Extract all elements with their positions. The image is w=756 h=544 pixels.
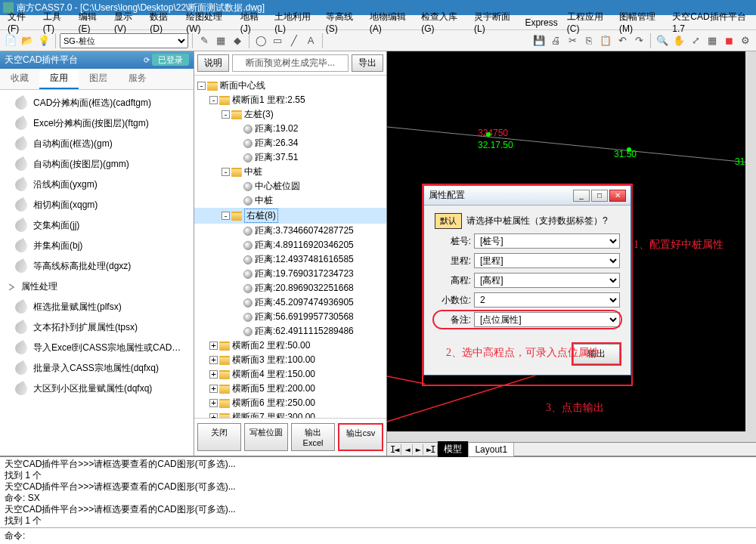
menu-file[interactable]: 文件(F) (3, 9, 39, 36)
expand-icon[interactable]: + (209, 385, 218, 393)
menu-obj-edit[interactable]: 地物编辑(A) (365, 9, 417, 36)
layer-select[interactable]: SG-桩位 (60, 33, 188, 48)
tab-nav-last-icon[interactable]: ►I (423, 444, 438, 455)
scrollbar-vertical[interactable] (745, 51, 756, 442)
category-header[interactable]: 属性处理 (0, 277, 194, 297)
list-item[interactable]: 等高线标高批处理(dgxz) (0, 256, 194, 277)
menu-view[interactable]: 显示(V) (110, 9, 145, 36)
tree-node[interactable]: 距离:12.4937481616585 (255, 253, 354, 266)
collapse-icon[interactable]: - (209, 96, 218, 104)
tab-nav-first-icon[interactable]: I◄ (387, 444, 401, 455)
write-stake-button[interactable]: 写桩位圆 (244, 423, 288, 451)
expand-icon[interactable]: + (209, 399, 218, 407)
tree-node[interactable]: 横断面4 里程:150.00 (232, 368, 315, 381)
tab-fav[interactable]: 收藏 (0, 69, 39, 89)
tree-node[interactable]: 断面中心线 (220, 79, 265, 92)
list-item[interactable]: 框选批量赋属性(plfsx) (0, 297, 194, 317)
menu-landuse[interactable]: 土地利用(L) (270, 9, 321, 36)
tree-node[interactable]: 距离:20.8969032251668 (255, 282, 354, 295)
tree-node[interactable]: 距离:3.73466074287725 (255, 224, 354, 237)
extend-icon[interactable]: ⤢ (688, 33, 703, 48)
undo-icon[interactable]: ↶ (615, 33, 630, 48)
menu-contour[interactable]: 等高线(S) (321, 9, 365, 36)
tree-node[interactable]: 距离:26.34 (255, 137, 298, 150)
tree-node[interactable]: 距离:62.4911115289486 (255, 325, 354, 338)
menu-data[interactable]: 数据(D) (145, 9, 181, 36)
pan-icon[interactable]: ✋ (671, 33, 686, 48)
scrollbar-horizontal[interactable] (387, 431, 745, 442)
tab-model[interactable]: 模型 (438, 441, 469, 457)
tab-nav-prev-icon[interactable]: ◄ (401, 444, 412, 455)
tree-node[interactable]: 中心桩位圆 (255, 180, 300, 193)
list-item[interactable]: 自动构面(按图层)(gmm) (0, 154, 194, 175)
list-item[interactable]: 并集构面(bj) (0, 236, 194, 256)
print-icon[interactable]: 🖨 (548, 33, 563, 48)
list-item[interactable]: 文本拓扑到扩展属性(tpsx) (0, 317, 194, 338)
collapse-icon[interactable]: - (222, 212, 230, 220)
rect-icon[interactable]: ▭ (270, 33, 285, 48)
tab-layer[interactable]: 图层 (79, 69, 118, 89)
list-item[interactable]: 沿线构面(yxgm) (0, 175, 194, 195)
expand-icon[interactable]: + (209, 370, 218, 379)
tool3-icon[interactable]: ◆ (230, 33, 245, 48)
collapse-icon[interactable]: - (222, 168, 230, 176)
menu-land[interactable]: 地籍(J) (236, 9, 271, 36)
paste-icon[interactable]: 📋 (598, 33, 613, 48)
section-tree[interactable]: -断面中心线 -横断面1 里程:2.55 -左桩(3) 距离:19.02 距离:… (194, 76, 386, 418)
tree-node[interactable]: 距离:45.2097474936905 (255, 296, 354, 309)
export-button[interactable]: 导出 (352, 54, 383, 72)
menu-section[interactable]: 灵宇断面(L) (469, 9, 520, 36)
list-item[interactable]: CAD分摊构面(框选)(cadftgm) (0, 93, 194, 113)
list-item[interactable]: 交集构面(jj) (0, 215, 194, 236)
tree-node[interactable]: 中桩 (255, 194, 273, 207)
info-button[interactable]: 说明 (197, 54, 229, 72)
export-excel-button[interactable]: 输出Excel (291, 423, 335, 451)
cut-icon[interactable]: ✂ (565, 33, 580, 48)
list-item[interactable]: 自动构面(框选)(gm) (0, 134, 194, 154)
circle-icon[interactable]: ◯ (253, 33, 268, 48)
redo-icon[interactable]: ↷ (631, 33, 646, 48)
export-csv-button[interactable]: 输出csv (338, 423, 383, 451)
decimals-select[interactable]: 2 (474, 292, 620, 308)
elevation-select[interactable]: [高程] (474, 273, 620, 288)
menu-draw[interactable]: 绘图处理(W) (181, 9, 236, 36)
menu-check[interactable]: 检查入库(G) (417, 9, 469, 36)
close-button[interactable]: 关闭 (197, 423, 241, 451)
tab-app[interactable]: 应用 (39, 69, 79, 89)
tree-node[interactable]: 距离:4.89116920346205 (255, 239, 354, 252)
remark-select[interactable]: [点位属性] (474, 312, 620, 327)
tree-node-selected[interactable]: 右桩(8) (244, 209, 278, 223)
output-button[interactable]: 输出 (573, 344, 620, 364)
tree-node[interactable]: 中桩 (244, 165, 262, 178)
color-icon[interactable]: ◼ (721, 33, 736, 48)
tab-nav-next-icon[interactable]: ► (413, 444, 423, 455)
menu-tools[interactable]: 工具(T) (39, 9, 74, 36)
tree-node[interactable]: 距离:56.6919957730568 (255, 311, 354, 323)
list-item[interactable]: 批量录入CASS宗地属性(dqfxq) (0, 358, 194, 379)
text-icon[interactable]: A (303, 33, 318, 48)
tab-layout1[interactable]: Layout1 (469, 443, 514, 456)
tool-icon[interactable]: ✎ (197, 33, 212, 48)
maximize-icon[interactable]: □ (591, 190, 608, 202)
collapse-icon[interactable]: - (197, 82, 206, 90)
tree-node[interactable]: 横断面7 里程:300.00 (232, 411, 315, 418)
draw-icon[interactable]: ╱ (287, 33, 302, 48)
tree-node[interactable]: 横断面5 里程:200.00 (232, 382, 315, 395)
minimize-icon[interactable]: _ (573, 190, 590, 202)
stake-select[interactable]: [桩号] (474, 233, 620, 249)
login-badge[interactable]: 已登录 (152, 54, 189, 66)
expand-icon[interactable]: + (209, 356, 218, 364)
command-input[interactable] (28, 530, 751, 542)
menu-eng[interactable]: 工程应用(C) (562, 9, 615, 36)
tree-node[interactable]: 距离:37.51 (255, 151, 298, 164)
copy-icon[interactable]: ⎘ (581, 33, 596, 48)
menu-sheet[interactable]: 图幅管理(M) (615, 9, 668, 36)
list-item[interactable]: 大区到小区批量赋属性(dqfxq) (0, 379, 194, 399)
default-button[interactable]: 默认 (435, 213, 462, 229)
expand-icon[interactable]: + (209, 342, 218, 350)
tree-node[interactable]: 横断面3 里程:100.00 (232, 354, 315, 366)
close-icon[interactable]: ✕ (609, 190, 626, 202)
bulb-icon[interactable]: 💡 (36, 33, 51, 48)
grid-icon[interactable]: ▦ (705, 33, 720, 48)
tree-node[interactable]: 左桩(3) (244, 108, 274, 121)
